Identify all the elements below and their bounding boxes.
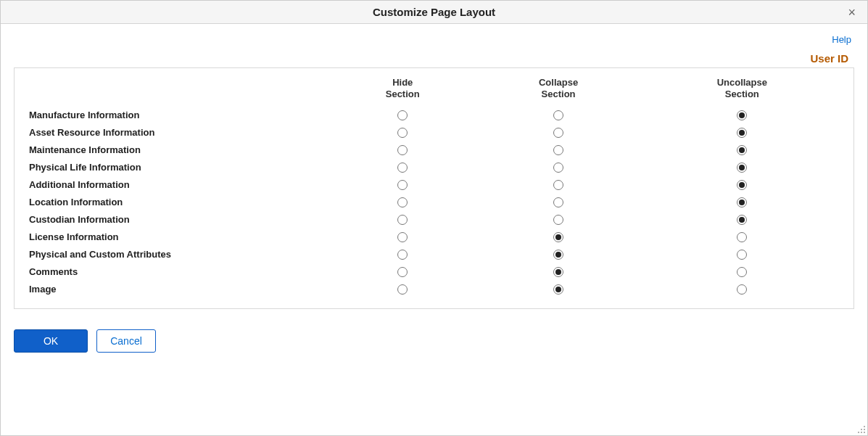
radio-cell-collapse <box>476 281 640 298</box>
radio-cell-collapse <box>476 176 640 194</box>
radio-cell-hide <box>329 194 476 211</box>
radio-cell-uncollapse <box>641 176 843 194</box>
radio-collapse[interactable] <box>553 215 563 225</box>
user-id-label: User ID <box>810 52 848 65</box>
row-label: Additional Information <box>25 176 329 194</box>
table-row: Maintenance Information <box>25 141 843 159</box>
radio-hide[interactable] <box>397 145 408 155</box>
radio-cell-collapse <box>476 107 640 124</box>
radio-cell-hide <box>329 246 476 263</box>
radio-collapse[interactable] <box>553 180 563 190</box>
radio-cell-uncollapse <box>641 211 843 229</box>
radio-cell-uncollapse <box>641 246 843 263</box>
radio-collapse[interactable] <box>553 145 563 155</box>
col-header-hide-line2: Section <box>386 89 420 99</box>
col-header-collapse-line1: Collapse <box>539 77 578 88</box>
radio-cell-uncollapse <box>641 159 843 176</box>
radio-hide[interactable] <box>397 180 408 190</box>
radio-cell-uncollapse <box>641 263 843 281</box>
radio-cell-hide <box>329 281 476 298</box>
help-row: Help <box>14 30 854 52</box>
cancel-button[interactable]: Cancel <box>96 329 156 353</box>
row-label: Location Information <box>25 194 329 211</box>
radio-hide[interactable] <box>397 110 408 120</box>
table-row: Location Information <box>25 194 843 211</box>
radio-uncollapse[interactable] <box>737 163 747 173</box>
radio-cell-uncollapse <box>641 229 843 246</box>
radio-cell-collapse <box>476 263 640 281</box>
radio-cell-collapse <box>476 141 640 159</box>
col-header-collapse-line2: Section <box>542 89 576 99</box>
radio-cell-uncollapse <box>641 107 843 124</box>
radio-hide[interactable] <box>397 215 408 225</box>
radio-cell-hide <box>329 176 476 194</box>
radio-uncollapse[interactable] <box>737 128 747 138</box>
radio-cell-hide <box>329 107 476 124</box>
row-label: Custodian Information <box>25 211 329 229</box>
row-label: Manufacture Information <box>25 107 329 124</box>
radio-collapse[interactable] <box>553 284 563 295</box>
radio-collapse[interactable] <box>553 197 563 207</box>
radio-cell-hide <box>329 159 476 176</box>
radio-hide[interactable] <box>397 267 408 277</box>
radio-cell-collapse <box>476 211 640 229</box>
radio-uncollapse[interactable] <box>737 232 747 242</box>
svg-point-5 <box>864 432 865 433</box>
radio-hide[interactable] <box>397 128 408 138</box>
row-label: Image <box>25 281 329 298</box>
svg-point-1 <box>861 429 862 430</box>
radio-collapse[interactable] <box>553 232 563 242</box>
dialog-title: Customize Page Layout <box>373 6 495 18</box>
radio-uncollapse[interactable] <box>737 267 747 277</box>
help-link[interactable]: Help <box>832 34 851 45</box>
radio-uncollapse[interactable] <box>737 145 747 155</box>
radio-collapse[interactable] <box>553 163 563 173</box>
col-header-hide: Hide Section <box>329 74 476 107</box>
radio-uncollapse[interactable] <box>737 284 747 295</box>
close-icon[interactable]: × <box>845 5 859 20</box>
radio-collapse[interactable] <box>553 110 563 120</box>
svg-point-0 <box>864 426 865 427</box>
radio-hide[interactable] <box>397 250 408 260</box>
radio-hide[interactable] <box>397 163 408 173</box>
table-row: License Information <box>25 229 843 246</box>
row-label: Physical Life Information <box>25 159 329 176</box>
radio-cell-uncollapse <box>641 281 843 298</box>
radio-collapse[interactable] <box>553 128 563 138</box>
col-header-uncollapse-line2: Section <box>725 89 759 99</box>
radio-cell-hide <box>329 124 476 141</box>
table-row: Image <box>25 281 843 298</box>
radio-hide[interactable] <box>397 284 408 295</box>
radio-cell-collapse <box>476 124 640 141</box>
layout-panel: Hide Section Collapse Section Uncollapse… <box>14 67 854 309</box>
radio-cell-hide <box>329 229 476 246</box>
radio-collapse[interactable] <box>553 250 563 260</box>
table-row: Asset Resource Information <box>25 124 843 141</box>
radio-collapse[interactable] <box>553 267 563 277</box>
svg-point-4 <box>861 432 862 433</box>
table-row: Custodian Information <box>25 211 843 229</box>
resize-handle-icon[interactable] <box>856 424 866 434</box>
radio-uncollapse[interactable] <box>737 250 747 260</box>
radio-cell-uncollapse <box>641 124 843 141</box>
radio-uncollapse[interactable] <box>737 197 747 207</box>
dialog-body: Help User ID Hide Section Collapse Secti… <box>1 24 867 366</box>
row-label: Maintenance Information <box>25 141 329 159</box>
radio-uncollapse[interactable] <box>737 180 747 190</box>
radio-uncollapse[interactable] <box>737 215 747 225</box>
table-row: Physical and Custom Attributes <box>25 246 843 263</box>
col-header-collapse: Collapse Section <box>476 74 640 107</box>
radio-cell-hide <box>329 141 476 159</box>
radio-uncollapse[interactable] <box>737 110 747 120</box>
radio-cell-collapse <box>476 229 640 246</box>
radio-hide[interactable] <box>397 197 408 207</box>
table-row: Comments <box>25 263 843 281</box>
dialog-header: Customize Page Layout × <box>1 1 867 24</box>
radio-hide[interactable] <box>397 232 408 242</box>
svg-point-2 <box>864 429 865 430</box>
ok-button[interactable]: OK <box>14 329 88 353</box>
radio-cell-uncollapse <box>641 141 843 159</box>
table-row: Additional Information <box>25 176 843 194</box>
layout-table: Hide Section Collapse Section Uncollapse… <box>25 74 843 298</box>
col-header-blank <box>25 74 329 107</box>
